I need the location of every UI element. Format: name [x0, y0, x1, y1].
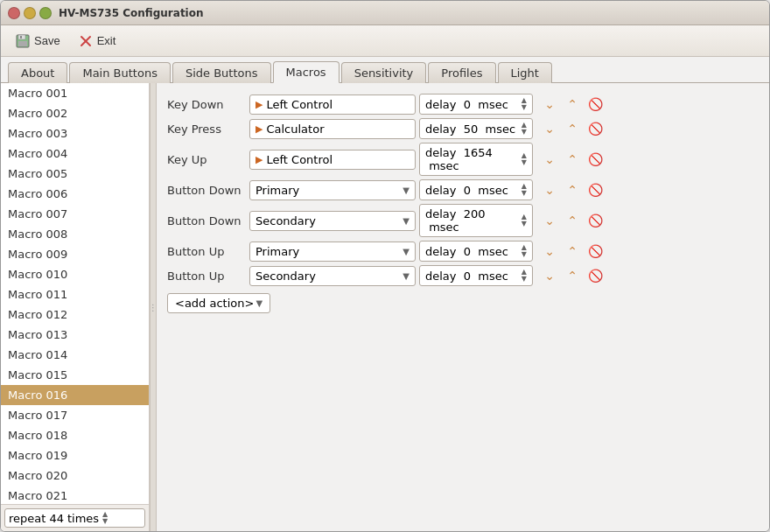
exit-button[interactable]: Exit [71, 31, 123, 52]
list-item[interactable]: Macro 009 [1, 244, 149, 264]
delete-button[interactable]: 🚫 [585, 211, 605, 230]
list-item[interactable]: Macro 017 [1, 405, 149, 425]
window-controls [8, 7, 52, 19]
delay-down-arrow[interactable]: ▼ [522, 251, 527, 258]
key-value-field[interactable]: ▶ Calculator [249, 119, 416, 139]
delete-button[interactable]: 🚫 [585, 150, 605, 169]
dropdown-value-text: Primary [256, 245, 299, 258]
repeat-down-arrow[interactable]: ▼ [102, 518, 108, 525]
delay-text: delay 50 msec [425, 122, 515, 136]
tab-macros[interactable]: Macros [273, 61, 340, 83]
delay-down-arrow[interactable]: ▼ [522, 129, 527, 136]
delay-field[interactable]: delay 0 msec ▲ ▼ [419, 94, 533, 115]
delete-button[interactable]: 🚫 [585, 266, 605, 285]
move-up-button[interactable]: ⌃ [563, 211, 582, 230]
list-item[interactable]: Macro 010 [1, 264, 149, 284]
list-item[interactable]: Macro 005 [1, 164, 149, 184]
delay-spinner[interactable]: ▲ ▼ [522, 214, 527, 228]
delay-down-arrow[interactable]: ▼ [522, 190, 527, 197]
tab-about[interactable]: About [8, 62, 67, 83]
delete-button[interactable]: 🚫 [585, 94, 605, 114]
list-item[interactable]: Macro 011 [1, 284, 149, 304]
move-down-button[interactable]: ⌄ [540, 180, 559, 200]
delay-down-arrow[interactable]: ▼ [522, 220, 527, 228]
delay-text: delay 1654 msec [425, 146, 522, 172]
dropdown-field[interactable]: Primary ▼ [249, 242, 416, 262]
list-item[interactable]: Macro 001 [1, 83, 149, 103]
repeat-spinner[interactable]: repeat 44 times ▲ ▼ [4, 508, 145, 528]
move-up-button[interactable]: ⌃ [563, 180, 582, 200]
list-item[interactable]: Macro 004 [1, 144, 149, 164]
tab-sensitivity[interactable]: Sensitivity [341, 62, 427, 83]
key-value-field[interactable]: ▶ Left Control [249, 94, 416, 115]
save-button[interactable]: Save [8, 31, 67, 52]
key-value-field[interactable]: ▶ Left Control [249, 150, 416, 170]
row-controls: ⌄ ⌃ 🚫 [540, 94, 605, 114]
delay-text: delay 0 msec [425, 184, 508, 197]
delay-spinner[interactable]: ▲ ▼ [522, 244, 527, 258]
action-type-label: Button Down [167, 184, 246, 197]
dropdown-field[interactable]: Secondary ▼ [249, 266, 416, 286]
repeat-arrows[interactable]: ▲ ▼ [102, 511, 108, 525]
minimize-button[interactable] [24, 7, 36, 19]
delay-spinner[interactable]: ▲ ▼ [522, 122, 527, 136]
divider[interactable]: ⋮ [150, 83, 157, 531]
move-up-button[interactable]: ⌃ [563, 94, 582, 114]
delay-field[interactable]: delay 0 msec ▲ ▼ [419, 241, 533, 262]
move-down-button[interactable]: ⌄ [540, 211, 559, 230]
list-item-selected[interactable]: Macro 016 [1, 385, 149, 405]
delay-field[interactable]: delay 0 msec ▲ ▼ [419, 179, 533, 200]
delay-spinner[interactable]: ▲ ▼ [522, 152, 527, 166]
tab-side-buttons[interactable]: Side Buttons [172, 62, 271, 83]
list-item[interactable]: Macro 021 [1, 486, 149, 504]
row-controls: ⌄ ⌃ 🚫 [540, 150, 605, 169]
list-item[interactable]: Macro 007 [1, 204, 149, 224]
delay-field[interactable]: delay 200 msec ▲ ▼ [419, 204, 533, 237]
move-up-button[interactable]: ⌃ [563, 266, 582, 285]
sidebar: Macro 001 Macro 002 Macro 003 Macro 004 … [1, 83, 150, 531]
delay-down-arrow[interactable]: ▼ [522, 276, 527, 283]
row-controls: ⌄ ⌃ 🚫 [540, 266, 605, 285]
tab-main-buttons[interactable]: Main Buttons [69, 62, 170, 83]
tab-profiles[interactable]: Profiles [428, 62, 495, 83]
delay-spinner[interactable]: ▲ ▼ [522, 269, 527, 283]
move-down-button[interactable]: ⌄ [540, 150, 559, 169]
move-up-button[interactable]: ⌃ [563, 150, 582, 169]
move-down-button[interactable]: ⌄ [540, 119, 559, 138]
delete-button[interactable]: 🚫 [585, 242, 605, 261]
delete-button[interactable]: 🚫 [585, 119, 605, 138]
delay-down-arrow[interactable]: ▼ [522, 104, 527, 111]
list-item[interactable]: Macro 006 [1, 184, 149, 204]
move-up-button[interactable]: ⌃ [563, 242, 582, 261]
move-down-button[interactable]: ⌄ [540, 242, 559, 261]
delay-field[interactable]: delay 1654 msec ▲ ▼ [419, 143, 533, 176]
delay-spinner[interactable]: ▲ ▼ [522, 183, 527, 197]
list-item[interactable]: Macro 012 [1, 304, 149, 325]
delete-button[interactable]: 🚫 [585, 180, 605, 200]
action-row: Button Up Primary ▼ delay 0 msec ▲ ▼ ⌄ ⌃… [167, 241, 759, 262]
delay-field[interactable]: delay 50 msec ▲ ▼ [419, 118, 533, 139]
delay-down-arrow[interactable]: ▼ [522, 159, 527, 166]
list-item[interactable]: Macro 013 [1, 325, 149, 345]
add-action-button[interactable]: <add action> ▼ [167, 293, 270, 313]
svg-rect-2 [18, 41, 27, 46]
list-item[interactable]: Macro 008 [1, 224, 149, 244]
move-down-button[interactable]: ⌄ [540, 266, 559, 285]
list-item[interactable]: Macro 003 [1, 123, 149, 144]
list-item[interactable]: Macro 019 [1, 445, 149, 466]
close-button[interactable] [8, 7, 20, 19]
move-down-button[interactable]: ⌄ [540, 94, 559, 114]
dropdown-field[interactable]: Primary ▼ [249, 180, 416, 200]
list-item[interactable]: Macro 014 [1, 345, 149, 365]
maximize-button[interactable] [39, 7, 52, 19]
list-item[interactable]: Macro 015 [1, 365, 149, 385]
tab-light[interactable]: Light [498, 62, 552, 83]
move-up-button[interactable]: ⌃ [563, 119, 582, 138]
list-item[interactable]: Macro 002 [1, 103, 149, 123]
main-window: HV-MS735 Configuration Save Exit [0, 0, 770, 532]
dropdown-field[interactable]: Secondary ▼ [249, 211, 416, 231]
delay-field[interactable]: delay 0 msec ▲ ▼ [419, 265, 533, 286]
delay-spinner[interactable]: ▲ ▼ [522, 97, 527, 111]
list-item[interactable]: Macro 020 [1, 466, 149, 486]
list-item[interactable]: Macro 018 [1, 425, 149, 445]
